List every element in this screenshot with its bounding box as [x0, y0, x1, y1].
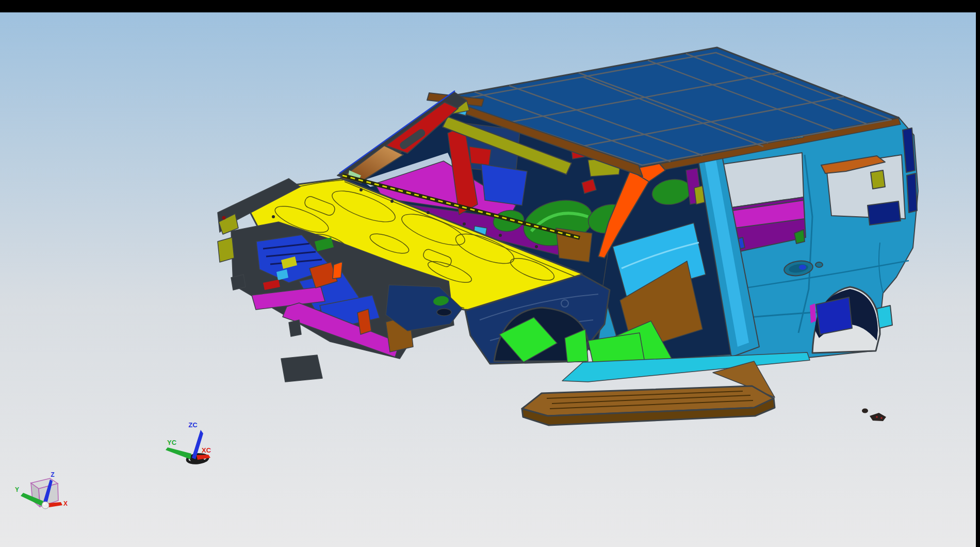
- firewall-blue-panel: [481, 164, 527, 205]
- arch-magenta-sliver: [810, 303, 816, 323]
- rear-wheelhouse-blue: [816, 297, 852, 334]
- csys-x-label: X: [63, 500, 68, 507]
- csys-y-label: Y: [15, 486, 19, 493]
- quarter-window-olive-plate: [871, 170, 885, 189]
- tow-hook-hole: [437, 309, 451, 316]
- cad-application-window: ZC YC XC Z Y X: [0, 0, 980, 547]
- wcs-x-label: XC: [202, 446, 211, 454]
- right-bar: [976, 0, 980, 547]
- top-bar: [0, 0, 980, 12]
- fascia-orange-3: [333, 262, 342, 279]
- wcs-y-label: YC: [167, 439, 177, 446]
- csys-z-label: Z: [51, 471, 54, 478]
- dash-red-bracket: [469, 147, 491, 165]
- quarter-window-navy-sill: [868, 201, 901, 225]
- quarter-window-aperture[interactable]: [821, 155, 905, 225]
- viewport-canvas[interactable]: ZC YC XC Z Y X: [0, 0, 980, 547]
- csys-origin-sphere: [42, 502, 49, 509]
- wcs-z-label: ZC: [188, 421, 198, 429]
- arch-cyan-tab: [877, 305, 892, 328]
